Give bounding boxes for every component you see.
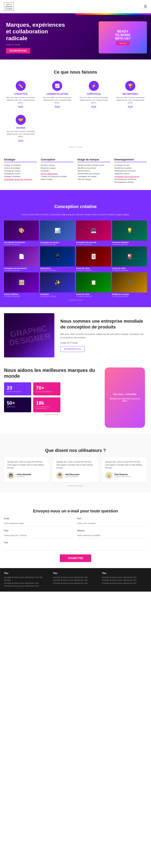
testimonial-text: Sample text. Click to select the text bo… [56,460,95,469]
service-title: COMPÉTENCE [79,93,108,95]
service-plus[interactable]: PLUS [116,105,145,107]
portfolio-item-sub: Conception numérique [40,269,75,271]
portfolio-caption: Campagne de marque Conception graphique [40,241,75,245]
phone-mockup: Pour vous – c'est la fête Sample text is… [105,368,145,428]
portfolio-item-title: Caissons lumineux [112,241,147,243]
footer-link[interactable]: Exemple de texte ici pour sélectionner T… [4,582,49,585]
strategy-item: Identité externe [77,170,110,172]
hero-left: Marques, expériences et collaboration ra… [6,22,67,54]
portfolio-item-sub: Conception graphique [112,295,147,297]
portfolio-item-title: Cartes de visite [112,267,147,269]
portfolio-item[interactable]: 🖼️ Cartes d'affiches Conception graphiqu… [4,272,39,297]
stat-number: 50+ [7,400,28,406]
footer-link[interactable]: Exemple de texte ici pour sélectionner T… [102,582,147,585]
strategy-link[interactable]: Optimisation des performances [115,176,140,178]
footer-link[interactable]: Exemple de texte ici pour sélectionner T… [53,582,98,585]
testimonials-grid: Sample text. Click to select the text bo… [4,457,147,482]
strategy-item: Études de marque [41,167,74,169]
author-avatar: 👩 [7,472,15,479]
portfolio-img: 🖼️ [4,272,39,292]
footer-link[interactable]: Exemple de texte ici pour sélectionner T… [53,579,98,582]
contact-field-label: Nom [77,518,147,520]
product-content: Nous sommes une entreprise mondiale de c… [60,318,147,352]
portfolio-item[interactable]: 🃏 Cartes de visite Conception graphique [76,246,111,271]
contact-message-field: Titre [4,541,147,550]
service-plus[interactable]: PLUS [6,105,35,107]
creative-title: Conception créative [4,204,147,209]
services-section: Ce que nous faisons ✏️ CONCEPTION Alia n… [0,60,151,154]
footer-link[interactable]: Exemple de texte ici pour sélectionner T… [4,576,49,582]
portfolio-img: 📊 [40,220,75,241]
testimonials-section: Que disent nos utilisateurs ? Sample tex… [0,434,151,493]
footer-col-title: Titre [4,572,49,574]
portfolio-caption: Conception de site web Conception graphi… [76,241,111,245]
service-plus[interactable]: PLUS [6,140,35,142]
portfolio-item[interactable]: 📄 Conception de documents Conception gra… [4,246,39,271]
contact-field-input[interactable] [4,532,74,538]
portfolio-item-title: Conception de documents [4,267,39,269]
portfolio-item[interactable]: 📊 Campagne de marque Conception graphiqu… [40,220,75,245]
portfolio-item[interactable]: 🎴 Cartes de visite Conception graphique [112,246,147,271]
portfolio-item[interactable]: 💡 Caissons lumineux Conception graphique [112,220,147,245]
contact-field-label: Adresse [77,529,147,532]
testimonial-author: 👨 Hal Reynolds Chef comptable [56,472,95,479]
footer-column: TitreExemple de texte ici pour sélection… [53,572,98,588]
testimonial-card: Sample text. Click to select the text bo… [4,457,49,482]
color-stripe [76,13,151,15]
service-title: SOUTIEN [6,127,35,129]
portfolio-item-sub: Concepteur graphique [76,295,111,297]
strategy-link[interactable]: UI/UX & Web Design [41,173,58,175]
portfolio-item-title: Conception de site web [76,241,111,243]
portfolio-item[interactable]: 💻 Conception de site web Conception grap… [76,220,111,245]
portfolio-item-sub: Conception numérique [40,295,75,297]
portfolio-item-sub: Conception graphique [40,243,75,245]
portfolio-caption: Cartes de visite Concepteur graphique [76,293,111,297]
portfolio-caption: Caissons lumineux Conception graphique [112,241,147,245]
contact-field-input[interactable] [4,521,74,526]
testimonials-img-label: Images de Freepik [4,485,147,487]
contact-message-input[interactable] [4,545,147,550]
contact-field-input[interactable] [77,521,147,526]
portfolio-item[interactable]: 📋 Cartes de visite Concepteur graphique [76,272,111,297]
product-img-label: Image de Freepik [60,341,147,345]
stat-number: 18k [36,400,57,406]
stats-container: Nous aidons les meilleures marques du mo… [4,368,147,428]
footer-link[interactable]: Exemple de texte ici pour sélectionner T… [102,579,147,582]
testimonial-text: Sample text. Click to select the text bo… [7,460,46,469]
stat-box: 70+ SITES INTERNET [33,382,60,395]
service-plus[interactable]: PLUS [43,105,72,107]
hero-cta-button[interactable]: EN SAVOIR PLUS [6,48,30,54]
navbar: ART & DESIGN STUDIO ☰ [0,0,151,13]
portfolio-item[interactable]: 🎨 Une identité d'entreprise Conception g… [4,220,39,245]
strategy-link[interactable]: Optimisation du taux de conversion [4,178,32,180]
laptop-screen: READY TO WORK WITH US? CONTACT [99,21,147,54]
hamburger-menu[interactable]: ☰ [144,4,147,9]
portfolio-img: 💡 [112,220,147,241]
service-icon: ✏️ [16,81,26,91]
strategy-item: Stratégie de contenu [4,173,37,175]
portfolio-item[interactable]: ✨ Animation Conception numérique [40,272,75,297]
contact-field-input[interactable] [77,532,147,538]
portfolio-item[interactable]: 📱 Applications Conception numérique [40,246,75,271]
contact-submit-button[interactable]: SOUMETTRE [60,554,91,562]
hero-img-label: Image on Freepik [6,43,67,45]
portfolio-item-sub: Conception graphique [4,269,39,271]
portfolio-caption: Cartes d'affiches Conception graphique [4,293,39,297]
strategy-item: Intégrations tierces [115,173,147,175]
logo[interactable]: ART & DESIGN STUDIO [4,2,14,11]
service-desc: Alia nunc dolor sit amet consectetur adi… [116,96,145,104]
footer-link[interactable]: Exemple de texte ici pour sélectionner T… [4,585,49,587]
strategy-col-title: Développement [115,158,147,162]
strategy-column: DéveloppementConception de sitel'archite… [115,158,147,184]
portfolio-item-sub: Conception graphique [4,295,39,297]
testimonial-author: 👱 Rob Roberts Directeur des ventes [105,472,144,479]
product-desc: Alia nunc dolor sit amet consectetur adi… [60,333,147,340]
service-plus[interactable]: PLUS [79,105,108,107]
footer-link[interactable]: Exemple de texte ici pour sélectionner T… [53,576,98,579]
portfolio-item[interactable]: 🎵 Modèle de musique Conception graphique [112,272,147,297]
author-info: Rob Roberts Directeur des ventes [115,473,131,477]
product-graphic-text: GRAPHIC DESIGNER [4,323,54,347]
strategy-item: Stratégie de marque [4,170,37,172]
footer-link[interactable]: Exemple de texte ici pour sélectionner T… [102,576,147,579]
product-cta-button[interactable]: EN SAVOIR PLUS [60,346,85,352]
